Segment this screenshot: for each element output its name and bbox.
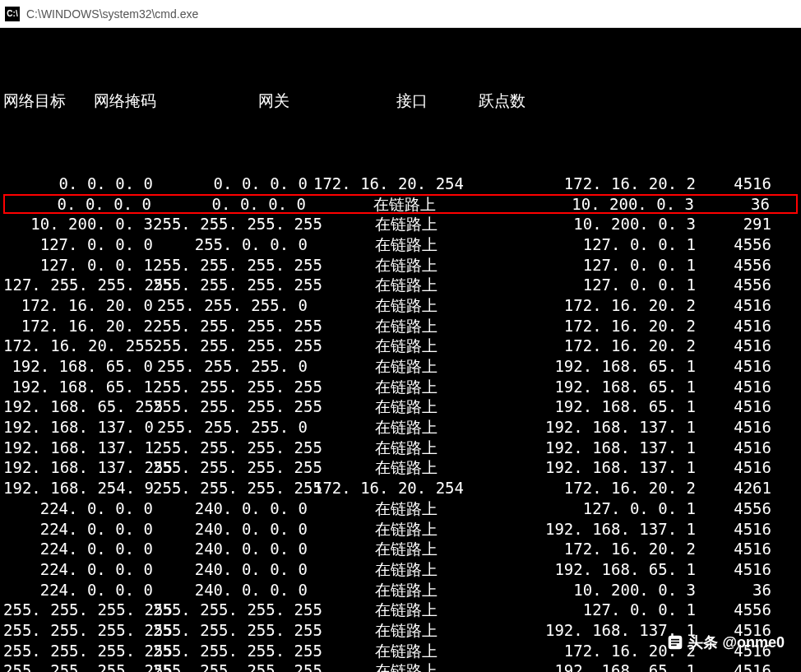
cell-destination: 127. 0. 0. 1 xyxy=(3,255,153,276)
cell-gateway: 在链路上 xyxy=(308,539,505,559)
cell-netmask: 255. 255. 255. 255 xyxy=(153,275,308,295)
cell-netmask: 255. 255. 255. 255 xyxy=(153,396,308,417)
cell-gateway: 在链路上 xyxy=(308,660,505,672)
cell-interface: 127. 0. 0. 1 xyxy=(505,255,696,276)
cell-metric: 4556 xyxy=(696,255,771,276)
cell-netmask: 255. 255. 255. 255 xyxy=(153,214,308,234)
cell-metric: 291 xyxy=(696,214,771,234)
cell-interface: 192. 168. 65. 1 xyxy=(505,396,696,417)
cell-metric: 4516 xyxy=(696,457,771,478)
cell-metric: 4516 xyxy=(696,417,771,438)
cell-interface: 172. 16. 20. 2 xyxy=(505,295,696,316)
cell-netmask: 255. 255. 255. 255 xyxy=(153,641,308,661)
cell-gateway: 在链路上 xyxy=(308,316,505,336)
cell-interface: 192. 168. 65. 1 xyxy=(505,660,696,672)
cell-interface: 192. 168. 65. 1 xyxy=(505,356,696,377)
route-row: 127. 255. 255. 255255. 255. 255. 255在链路上… xyxy=(0,275,801,295)
cell-interface: 10. 200. 0. 3 xyxy=(505,214,696,234)
header-destination: 网络目标 xyxy=(3,90,94,111)
route-row: 0. 0. 0. 00. 0. 0. 0172. 16. 20. 254172.… xyxy=(0,174,801,194)
cell-interface: 127. 0. 0. 1 xyxy=(505,275,696,295)
cell-gateway: 172. 16. 20. 254 xyxy=(308,478,505,498)
cell-metric: 36 xyxy=(694,194,770,215)
cell-interface: 192. 168. 65. 1 xyxy=(505,559,696,580)
header-gateway: 网关 xyxy=(258,90,396,111)
cell-netmask: 255. 255. 255. 255 xyxy=(153,660,308,672)
route-table-body: 0. 0. 0. 00. 0. 0. 0172. 16. 20. 254172.… xyxy=(0,174,801,672)
cell-netmask: 255. 255. 255. 255 xyxy=(153,255,308,276)
cell-destination: 255. 255. 255. 255 xyxy=(3,600,153,620)
cell-interface: 192. 168. 137. 1 xyxy=(505,519,696,540)
window-titlebar[interactable]: C:\ C:\WINDOWS\system32\cmd.exe xyxy=(0,0,801,28)
toutiao-icon xyxy=(667,634,683,651)
cell-destination: 192. 168. 137. 1 xyxy=(3,438,153,458)
cell-destination: 172. 16. 20. 0 xyxy=(3,295,153,316)
cell-gateway: 在链路上 xyxy=(308,234,505,255)
route-row: 192. 168. 65. 255255. 255. 255. 255在链路上1… xyxy=(0,396,801,417)
route-row: 224. 0. 0. 0240. 0. 0. 0在链路上172. 16. 20.… xyxy=(0,539,801,559)
cell-gateway: 在链路上 xyxy=(308,275,505,295)
cell-metric: 4556 xyxy=(696,275,771,295)
route-row: 192. 168. 137. 255255. 255. 255. 255在链路上… xyxy=(0,457,801,478)
cell-gateway: 在链路上 xyxy=(308,214,505,234)
cell-destination: 192. 168. 137. 0 xyxy=(3,417,153,438)
cell-destination: 192. 168. 254. 9 xyxy=(3,478,153,498)
cell-destination: 224. 0. 0. 0 xyxy=(3,498,153,519)
route-row: 192. 168. 65. 0255. 255. 255. 0在链路上192. … xyxy=(0,356,801,377)
cell-destination: 224. 0. 0. 0 xyxy=(3,539,153,559)
cell-netmask: 240. 0. 0. 0 xyxy=(153,498,308,519)
cell-netmask: 240. 0. 0. 0 xyxy=(153,580,308,600)
route-row: 172. 16. 20. 0255. 255. 255. 0在链路上172. 1… xyxy=(0,295,801,316)
route-row: 192. 168. 137. 1255. 255. 255. 255在链路上19… xyxy=(0,438,801,458)
cell-netmask: 255. 255. 255. 0 xyxy=(153,356,308,377)
header-metric: 跃点数 xyxy=(479,90,526,111)
cell-gateway: 在链路上 xyxy=(308,356,505,377)
cell-gateway: 在链路上 xyxy=(308,438,505,458)
route-table-header: 网络目标 网络掩码 网关 接口 跃点数 xyxy=(0,89,801,113)
cell-gateway: 在链路上 xyxy=(308,295,505,316)
route-row: 192. 168. 137. 0255. 255. 255. 0在链路上192.… xyxy=(0,417,801,438)
cell-destination: 0. 0. 0. 0 xyxy=(5,194,151,215)
cell-metric: 4261 xyxy=(696,478,771,498)
svg-rect-1 xyxy=(671,639,679,641)
cell-interface: 127. 0. 0. 1 xyxy=(505,234,696,255)
terminal-output: 网络目标 网络掩码 网关 接口 跃点数 0. 0. 0. 00. 0. 0. 0… xyxy=(0,28,801,672)
cell-interface: 127. 0. 0. 1 xyxy=(505,498,696,519)
cell-gateway: 在链路上 xyxy=(308,336,505,356)
cell-destination: 255. 255. 255. 255 xyxy=(3,641,153,661)
cell-netmask: 255. 255. 255. 255 xyxy=(153,336,308,356)
cell-destination: 127. 0. 0. 0 xyxy=(3,234,153,255)
route-row: 224. 0. 0. 0240. 0. 0. 0在链路上10. 200. 0. … xyxy=(0,580,801,600)
cell-interface: 127. 0. 0. 1 xyxy=(505,600,696,620)
cell-metric: 4516 xyxy=(696,174,771,194)
cell-interface: 172. 16. 20. 2 xyxy=(505,478,696,498)
cell-metric: 4556 xyxy=(696,498,771,519)
cell-netmask: 255. 255. 255. 0 xyxy=(153,295,308,316)
cell-interface: 10. 200. 0. 3 xyxy=(505,580,696,600)
cell-destination: 224. 0. 0. 0 xyxy=(3,580,153,600)
cell-destination: 10. 200. 0. 3 xyxy=(3,214,153,234)
svg-rect-2 xyxy=(671,642,679,643)
cell-gateway: 在链路上 xyxy=(308,641,505,661)
cell-destination: 192. 168. 65. 1 xyxy=(3,377,153,397)
cell-metric: 4516 xyxy=(696,316,771,336)
cell-destination: 0. 0. 0. 0 xyxy=(3,174,153,194)
cell-gateway: 在链路上 xyxy=(308,519,505,540)
cell-metric: 36 xyxy=(696,580,771,600)
cell-netmask: 0. 0. 0. 0 xyxy=(151,194,306,215)
route-row: 127. 0. 0. 1255. 255. 255. 255在链路上127. 0… xyxy=(0,255,801,276)
cell-netmask: 255. 255. 255. 255 xyxy=(153,620,308,641)
cell-metric: 4516 xyxy=(696,377,771,397)
cell-netmask: 255. 255. 255. 255 xyxy=(153,438,308,458)
cell-netmask: 255. 255. 255. 0 xyxy=(153,417,308,438)
cell-interface: 192. 168. 137. 1 xyxy=(505,438,696,458)
cell-gateway: 在链路上 xyxy=(308,417,505,438)
route-row: 224. 0. 0. 0240. 0. 0. 0在链路上192. 168. 65… xyxy=(0,559,801,580)
cell-interface: 192. 168. 137. 1 xyxy=(505,457,696,478)
cell-netmask: 255. 0. 0. 0 xyxy=(153,234,308,255)
cell-interface: 192. 168. 137. 1 xyxy=(505,417,696,438)
cell-gateway: 在链路上 xyxy=(308,377,505,397)
cell-netmask: 240. 0. 0. 0 xyxy=(153,539,308,559)
route-row: 172. 16. 20. 2255. 255. 255. 255在链路上172.… xyxy=(0,316,801,336)
cell-metric: 4516 xyxy=(696,295,771,316)
